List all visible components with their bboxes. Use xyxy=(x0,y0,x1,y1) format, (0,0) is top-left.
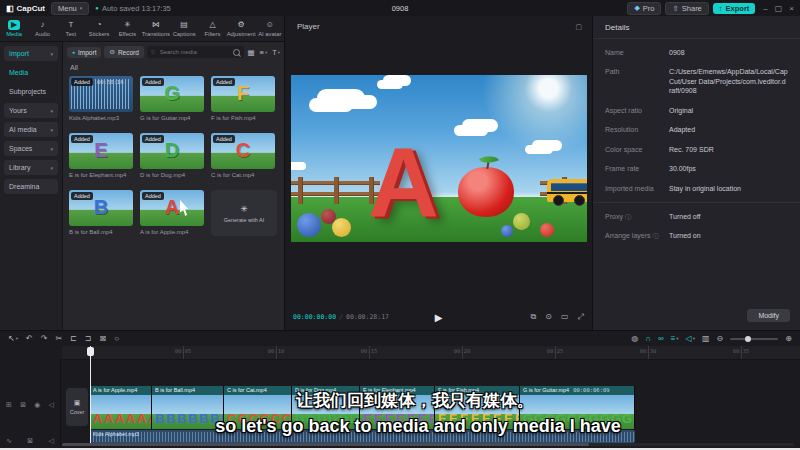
subtitle-chinese: 让我们回到媒体，我只有媒体。 xyxy=(296,389,534,412)
ribbon-tab[interactable]: T Text xyxy=(57,20,85,37)
toolbar-icon-glyph: ▥ xyxy=(702,334,710,343)
type-filter-button[interactable]: T▾ xyxy=(272,48,280,57)
ratio-icon[interactable]: ▭ xyxy=(561,312,569,322)
lock-track-icon[interactable]: ⊠ xyxy=(27,437,33,445)
mirror-icon[interactable]: ○ xyxy=(114,334,119,343)
import-button[interactable]: ● Import xyxy=(67,47,101,58)
redo-icon[interactable]: ↷ xyxy=(41,334,48,343)
auto-link-icon[interactable]: ∞ xyxy=(658,334,664,343)
preview-mode-icon[interactable]: ⧉ xyxy=(531,312,537,322)
export-label: Export xyxy=(726,4,750,13)
lock-track-icon[interactable]: ⊠ xyxy=(20,401,26,409)
ribbon-tab[interactable]: ♪ Audio xyxy=(28,20,56,37)
player-expand-icon[interactable]: ▢ xyxy=(575,23,582,31)
ribbon-tab[interactable]: ☺ AI avatar xyxy=(256,20,284,37)
track-volume-icon[interactable]: ◁ ▾ xyxy=(686,334,695,343)
playhead[interactable] xyxy=(90,346,91,443)
zoom-in-icon[interactable]: ⊕ xyxy=(785,334,792,343)
record-icon: ⊙ xyxy=(109,48,114,56)
details-row: Frame rate 30.00fps xyxy=(593,159,800,178)
media-item[interactable]: Added C C is for Cat.mp4 xyxy=(211,133,277,178)
media-item[interactable]: Added E E is for Elephant.mp4 xyxy=(69,133,135,178)
details-value: Stay in original location xyxy=(669,184,788,193)
media-item[interactable]: Added G G is for Guitar.mp4 xyxy=(140,76,206,121)
maximize-button[interactable]: ▢ xyxy=(775,4,783,13)
audio-track-header: ∿ ⊠ ◁ xyxy=(6,437,54,445)
trim-right-icon[interactable]: ⊐ xyxy=(85,334,92,343)
ribbon-tab[interactable]: ⋈ Transitions xyxy=(142,20,170,37)
ruler-segment: 00:15 xyxy=(276,346,369,359)
ribbon-tab-label: Stickers xyxy=(89,31,110,37)
play-button[interactable]: ▶ xyxy=(435,312,443,323)
media-item[interactable]: Added A A is for Apple.mp4 xyxy=(140,190,206,236)
undo-icon[interactable]: ↶ xyxy=(26,334,33,343)
ribbon-tab[interactable]: ✳ Effects xyxy=(113,20,141,37)
magnet-snap-icon[interactable]: ∩ xyxy=(645,334,651,343)
horizontal-scrollbar[interactable] xyxy=(62,443,794,446)
toolbar-icon-glyph: ⊖ xyxy=(717,334,724,343)
media-item[interactable]: Added B B is for Ball.mp4 xyxy=(69,190,135,236)
record-button[interactable]: ⊙ Record xyxy=(104,46,143,58)
menu-button[interactable]: Menu ▾ xyxy=(51,2,89,15)
media-item[interactable]: Added 00:58:16 Kids Alphabet.mp3 xyxy=(69,76,135,121)
pro-button[interactable]: ◆ Pro xyxy=(627,2,661,15)
added-badge: Added xyxy=(142,78,164,86)
sidebar-item[interactable]: Yours ▾ xyxy=(4,103,58,118)
ribbon-tab[interactable]: ◔ Stickers xyxy=(85,20,113,37)
cover-button[interactable]: ▣ Cover xyxy=(66,388,88,426)
playhead-handle[interactable] xyxy=(87,347,94,356)
snapshot-icon[interactable]: ⊙ xyxy=(545,312,552,322)
split-icon[interactable]: ✂ xyxy=(55,334,62,343)
search-input[interactable] xyxy=(158,48,231,56)
sidebar-item[interactable]: Dreamina xyxy=(4,179,58,194)
modify-button[interactable]: Modify xyxy=(747,309,790,322)
export-button[interactable]: ↑ Export xyxy=(713,3,756,14)
hide-track-icon[interactable]: ◉ xyxy=(34,401,40,409)
grid-view-button[interactable]: ▦ xyxy=(247,48,254,57)
generate-with-ai-card[interactable]: ✳ Generate with AI xyxy=(211,190,277,236)
media-item[interactable]: Added D D is for Dog.mp4 xyxy=(140,133,206,178)
trim-left-icon[interactable]: ⊏ xyxy=(70,334,77,343)
ribbon-tab[interactable]: △ Filters xyxy=(198,20,226,37)
details-header: Details xyxy=(593,16,800,38)
sidebar-item[interactable]: Spaces ▾ xyxy=(4,141,58,156)
media-thumbnail: Added G xyxy=(140,76,204,112)
select-tool-icon[interactable]: ↖ ▾ xyxy=(8,334,18,343)
sidebar-item[interactable]: Import ▾ xyxy=(4,46,58,61)
media-thumbnail: Added 00:58:16 xyxy=(69,76,133,112)
media-thumbnail: Added C xyxy=(211,133,275,169)
voiceover-mic-icon[interactable]: ◍ xyxy=(631,334,638,343)
preview-frames-icon[interactable]: ▥ xyxy=(702,334,710,343)
fullscreen-icon[interactable]: ⤢ xyxy=(578,312,584,322)
media-item[interactable]: Added F F is for Fish.mp4 xyxy=(211,76,277,121)
main-track-magnet-icon[interactable]: ≡ ▾ xyxy=(671,334,679,343)
sidebar-item[interactable]: Library ▾ xyxy=(4,160,58,175)
minimize-button[interactable]: – xyxy=(763,4,767,13)
toolbar-icon-glyph: ⊠ xyxy=(99,334,106,343)
search-icon[interactable] xyxy=(233,49,240,56)
sort-button[interactable]: ≡▾ xyxy=(259,48,267,57)
ribbon-tab[interactable]: ▶ Media xyxy=(0,20,28,37)
share-button[interactable]: ⇧ Share xyxy=(665,2,708,15)
close-button[interactable]: × xyxy=(789,4,794,13)
ribbon-tab[interactable]: ▤ Captions xyxy=(170,20,198,37)
mute-track-icon[interactable]: ◁ xyxy=(49,437,54,445)
thumbnail-view-icon[interactable]: ⊞ xyxy=(6,401,12,409)
timeline-ruler[interactable]: 00:05 00:10 00:15 00:20 00:25 xyxy=(62,346,800,360)
ribbon-tab[interactable]: ⚙ Adjustment xyxy=(227,20,256,37)
sidebar-item[interactable]: AI media ▾ xyxy=(4,122,58,137)
delete-icon[interactable]: ⊠ xyxy=(99,334,106,343)
details-toggle-rows: Proxyⓘ Turned off Arrange layersⓘ Turned… xyxy=(593,203,800,250)
sidebar-item[interactable]: Subprojects xyxy=(4,84,58,99)
share-icon: ⇧ xyxy=(672,4,678,13)
search-box[interactable]: ▽ xyxy=(147,46,245,58)
timeline-zoom-slider[interactable] xyxy=(730,338,778,340)
media-item-name: E is for Elephant.mp4 xyxy=(69,172,133,178)
cover-label: Cover xyxy=(70,409,85,415)
zoom-out-icon[interactable]: ⊖ xyxy=(717,334,724,343)
sidebar-item[interactable]: Media xyxy=(4,65,58,80)
waveform-icon[interactable]: ∿ xyxy=(6,437,12,445)
mute-track-icon[interactable]: ◁ xyxy=(49,401,54,409)
video-clip[interactable]: A is for Apple.mp4 A xyxy=(90,386,152,429)
video-clip[interactable]: B is for Ball.mp4 B xyxy=(152,386,224,429)
